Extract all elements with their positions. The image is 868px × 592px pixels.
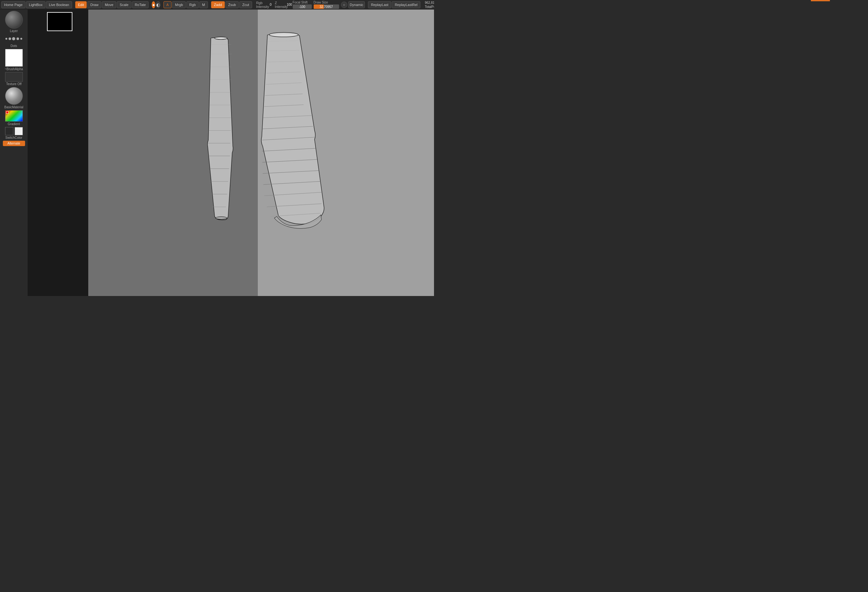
basic-material-item[interactable]: BasicMaterial	[1, 87, 27, 109]
dynamic-button[interactable]: Dynamic	[348, 1, 365, 8]
dots-item[interactable]: Dots	[1, 34, 27, 47]
dots-label: Dots	[10, 44, 17, 47]
brush-alpha-label: ~BrushAlpha	[5, 67, 23, 71]
color-swatch-dark[interactable]	[5, 127, 13, 135]
focal-shift-label: Focal Shift	[293, 0, 312, 4]
thumb-strip	[28, 9, 92, 296]
draw-size-group: Draw Size 32.70957	[314, 0, 339, 9]
texture-off-item[interactable]: Texture Off	[1, 72, 27, 86]
switch-color-item[interactable]: SwitchColor	[1, 127, 27, 139]
dot-3	[12, 37, 15, 40]
sculpt-svg	[88, 9, 434, 296]
edit-button[interactable]: Edit	[75, 1, 87, 8]
draw-size-slider[interactable]: 32.70957	[314, 4, 339, 9]
dynamic-circle-icon[interactable]: ○	[341, 1, 347, 8]
main-viewport[interactable]	[88, 9, 434, 296]
svg-point-15	[216, 217, 227, 219]
texture-swatch[interactable]	[5, 72, 23, 81]
zsub-button[interactable]: Zsub	[226, 1, 239, 8]
active-points-label: ActivePoints: 962,816	[425, 0, 434, 5]
focal-shift-value: -100	[293, 4, 312, 9]
alpha-preview[interactable]	[5, 49, 23, 67]
dot-2	[9, 37, 11, 40]
focal-shift-slider[interactable]: -100	[293, 4, 312, 9]
draw-size-value: 32.70957	[314, 4, 339, 9]
thumbnail-item[interactable]	[47, 12, 72, 31]
alt-mode-icon[interactable]: ◐	[156, 1, 160, 8]
m-button[interactable]: M	[199, 1, 208, 8]
switch-color-swatches	[5, 127, 23, 135]
canvas-area[interactable]	[28, 9, 434, 296]
modifier-a-button[interactable]: A	[164, 1, 171, 8]
color-picker[interactable]	[5, 110, 23, 121]
basic-material-label: BasicMaterial	[4, 105, 23, 109]
main-layout: Layer Dots ~BrushAlpha Texture Off	[0, 9, 434, 296]
gradient-label: Gradient	[7, 122, 20, 126]
brush-mode-icon[interactable]: ●	[152, 1, 155, 8]
left-object	[208, 37, 233, 220]
scale-button[interactable]: Scale	[117, 1, 131, 8]
layer-label: Layer	[10, 29, 18, 33]
texture-off-label: Texture Off	[6, 82, 22, 86]
rotate-button[interactable]: RoTate	[132, 1, 149, 8]
dot-5	[20, 38, 22, 40]
replay-last-button[interactable]: ReplayLast	[368, 1, 391, 8]
draw-button[interactable]: Draw	[87, 1, 101, 8]
dot-4	[16, 37, 19, 40]
color-swatch-light[interactable]	[15, 127, 23, 135]
switch-color-label: SwitchColor	[5, 136, 22, 139]
lightbox-button[interactable]: LightBox	[26, 1, 46, 8]
move-button[interactable]: Move	[102, 1, 116, 8]
focal-shift-group: Focal Shift -100	[293, 0, 312, 9]
brush-alpha-item[interactable]: ~BrushAlpha	[1, 49, 27, 71]
mrgb-button[interactable]: Mrgb	[172, 1, 186, 8]
svg-point-14	[215, 37, 227, 39]
zcut-button[interactable]: Zcut	[239, 1, 252, 8]
replay-last-rel-button[interactable]: ReplayLastRel	[392, 1, 420, 8]
zadd-button[interactable]: Zadd	[211, 1, 225, 8]
alternate-button[interactable]: Alternate	[3, 141, 25, 146]
alternate-item[interactable]: Alternate	[1, 141, 27, 146]
layer-brush-item[interactable]: Layer	[1, 11, 27, 33]
gradient-item[interactable]: Gradient	[1, 110, 27, 126]
home-page-button[interactable]: Home Page	[1, 1, 25, 8]
color-picker-marker	[6, 111, 9, 114]
right-object	[261, 33, 324, 228]
rgb-button[interactable]: Rgb	[186, 1, 198, 8]
draw-size-label: Draw Size	[314, 0, 339, 4]
dots-preview	[5, 34, 23, 43]
left-sidebar: Layer Dots ~BrushAlpha Texture Off	[0, 9, 28, 296]
material-preview[interactable]	[5, 87, 23, 105]
rgb-intensity-label: Rgb Intensity	[255, 1, 270, 9]
brush-preview[interactable]	[5, 11, 23, 28]
dot-1	[5, 38, 7, 40]
svg-point-33	[269, 33, 298, 37]
live-boolean-button[interactable]: Live Boolean	[46, 1, 72, 8]
top-toolbar: Home Page LightBox Live Boolean Edit Dra…	[0, 0, 434, 9]
